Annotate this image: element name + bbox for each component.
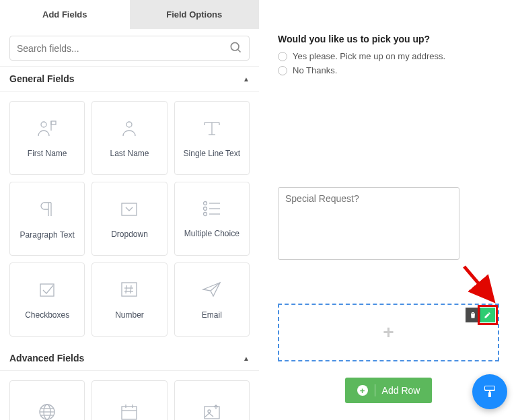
field-label: Checkboxes [25,310,69,320]
field-single-line-text[interactable]: Single Line Text [174,101,250,175]
radio-option[interactable]: No Thanks. [278,65,499,75]
paint-roller-icon [482,384,498,400]
add-row-button[interactable]: + Add Row [345,378,433,403]
field-email[interactable]: Email [174,262,250,337]
field-dropdown[interactable]: Dropdown [91,182,167,256]
section-title: General Fields [9,73,74,84]
field-label: Email [202,310,222,320]
svg-rect-18 [40,284,54,296]
svg-rect-19 [122,283,137,296]
svg-point-5 [126,122,132,127]
field-label: Last Name [110,149,149,158]
paper-plane-icon [201,280,223,301]
svg-rect-4 [51,121,56,125]
search-input[interactable] [17,43,229,54]
fields-panel: Add Fields Field Options General Fields … [0,0,259,420]
person-icon [119,118,139,139]
svg-line-24 [211,283,220,291]
field-paragraph-text[interactable]: Paragraph Text [9,182,85,256]
field-first-name[interactable]: First Name [9,101,85,175]
advanced-fields-grid [0,371,259,420]
search-icon [229,40,242,56]
globe-icon [37,402,57,421]
svg-point-0 [231,42,239,50]
divider [375,384,375,396]
collapse-icon: ▲ [243,75,250,83]
question-title: Would you like us to pick you up? [278,34,499,44]
plus-circle-icon: + [357,385,368,396]
delete-row-button[interactable] [466,308,480,322]
svg-line-20 [126,285,126,293]
svg-point-35 [208,410,211,413]
search-box[interactable] [9,36,250,61]
tab-field-options[interactable]: Field Options [130,0,260,29]
svg-rect-11 [122,203,137,215]
collapse-icon: ▲ [243,355,250,362]
general-fields-grid: First Name Last Name Si [0,92,259,346]
panel-tabs: Add Fields Field Options [0,0,259,29]
radio-icon [278,66,287,75]
form-canvas: Would you like us to pick you up? Yes pl… [259,0,518,420]
svg-line-21 [131,285,131,293]
radio-option[interactable]: Yes please. Pick me up on my address. [278,51,499,61]
dropdown-icon [119,199,139,220]
section-title: Advanced Fields [9,353,84,363]
fab-button[interactable] [472,374,507,409]
person-flag-icon [36,118,59,139]
plus-icon: + [383,322,394,343]
tab-add-fields[interactable]: Add Fields [0,0,130,29]
field-image[interactable] [174,380,250,420]
add-row-label: Add Row [382,385,420,396]
radio-list-icon [202,200,222,219]
radio-icon [278,52,287,61]
field-number[interactable]: Number [91,262,167,337]
calendar-icon [119,403,139,421]
radio-label: Yes please. Pick me up on my address. [293,51,445,61]
row-dropzone[interactable]: + [278,304,499,361]
field-label: Multiple Choice [184,229,239,238]
svg-rect-30 [122,407,137,419]
field-checkboxes[interactable]: Checkboxes [9,262,85,337]
edit-row-button[interactable] [480,308,495,322]
checkbox-icon [37,280,57,301]
svg-point-14 [203,207,207,210]
svg-point-16 [203,212,207,215]
svg-point-2 [41,122,46,127]
section-general-fields[interactable]: General Fields ▲ [0,67,259,92]
field-label: Single Line Text [184,149,241,158]
field-label: Number [115,310,144,320]
svg-rect-34 [205,407,219,419]
radio-label: No Thanks. [293,65,337,75]
section-advanced-fields[interactable]: Advanced Fields ▲ [0,346,259,371]
annotation-arrow [457,261,505,308]
pilcrow-icon [38,199,57,221]
field-multiple-choice[interactable]: Multiple Choice [174,182,250,256]
field-label: Dropdown [111,230,148,239]
svg-point-12 [203,201,207,205]
special-request-textarea[interactable] [278,187,459,260]
text-t-icon [200,118,223,139]
field-last-name[interactable]: Last Name [91,101,167,175]
field-website[interactable] [9,380,85,420]
field-label: First Name [28,149,67,158]
svg-line-36 [464,267,491,298]
image-upload-icon [202,403,222,421]
field-date[interactable] [91,380,167,420]
field-label: Paragraph Text [20,230,75,240]
svg-line-1 [238,50,241,53]
hash-icon [119,280,139,301]
